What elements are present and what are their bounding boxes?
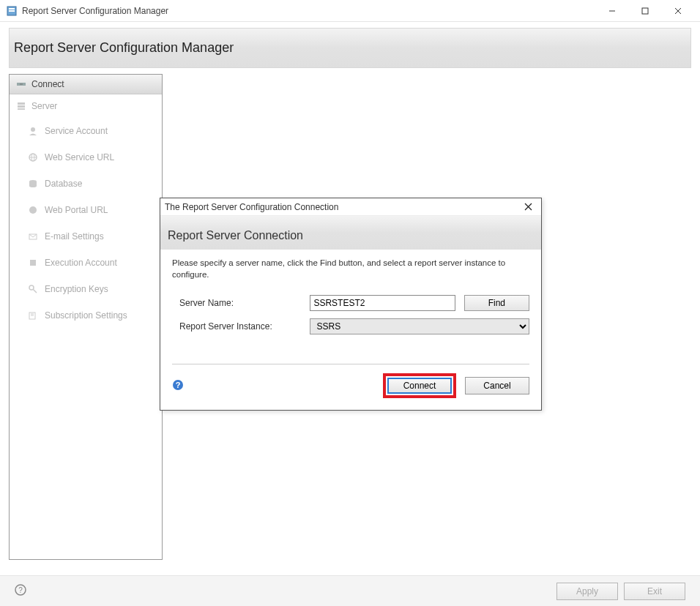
svg-rect-12 [18,108,25,110]
sidebar-item-subscription-settings[interactable]: Subscription Settings [10,302,162,329]
header-banner: Report Server Configuration Manager [9,28,691,68]
cancel-button[interactable]: Cancel [465,377,529,394]
dialog-divider [172,364,529,364]
window-controls [595,0,694,22]
sidebar-item-label: Execution Account [45,258,117,268]
sidebar-item-web-service-url[interactable]: Web Service URL [10,144,162,171]
dialog-header-title: Report Server Connection [168,229,534,242]
svg-rect-4 [642,8,648,14]
server-icon [15,100,27,112]
database-icon [27,178,39,190]
svg-line-22 [33,289,37,293]
server-name-input[interactable] [310,295,455,311]
svg-rect-20 [30,260,36,266]
find-button[interactable]: Find [464,295,529,311]
sidebar-server-label: Server [31,101,57,111]
instance-row: Report Server Instance: SSRS [172,318,529,334]
sidebar-connect-label: Connect [31,79,64,89]
dialog-instruction: Please specify a server name, click the … [172,257,529,280]
dialog-actions: ? Connect Cancel [172,373,529,398]
dialog-titlebar: The Report Server Configuration Connecti… [160,198,541,216]
app-icon [6,5,18,17]
globe-icon [27,204,39,216]
sidebar-item-database[interactable]: Database [10,171,162,197]
minimize-button[interactable] [595,0,628,22]
key-icon [27,283,39,295]
svg-rect-1 [9,8,15,10]
sidebar-item-label: Service Account [45,126,108,136]
sidebar-item-label: Web Service URL [45,152,114,162]
connect-highlight: Connect [383,373,456,398]
svg-point-18 [29,206,37,214]
sidebar-item-label: Encryption Keys [45,284,108,294]
page-title: Report Server Configuration Manager [14,40,234,56]
instance-select[interactable]: SSRS [310,318,529,334]
svg-rect-10 [18,102,25,105]
sidebar-item-service-account[interactable]: Service Account [10,118,162,144]
window-titlebar: Report Server Configuration Manager [0,0,700,22]
server-name-label: Server Name: [179,298,310,308]
apply-button[interactable]: Apply [556,583,618,600]
sidebar-item-label: Subscription Settings [45,310,127,321]
connect-icon [15,78,27,90]
maximize-button[interactable] [628,0,661,22]
sidebar-item-label: E-mail Settings [45,231,104,242]
sidebar-connect[interactable]: Connect [10,75,162,94]
mail-icon [27,231,39,242]
help-icon[interactable]: ? [15,584,26,598]
sidebar-item-web-portal-url[interactable]: Web Portal URL [10,197,162,223]
svg-rect-2 [9,10,15,12]
dialog-close-button[interactable] [519,200,537,214]
sidebar-item-encryption-keys[interactable]: Encryption Keys [10,276,162,302]
sidebar-item-email-settings[interactable]: E-mail Settings [10,223,162,250]
account-icon [27,257,39,269]
sidebar-item-execution-account[interactable]: Execution Account [10,250,162,276]
server-name-row: Server Name: Find [172,295,529,311]
sidebar: Connect Server Service Account Web Servi… [9,74,163,560]
connect-button[interactable]: Connect [387,378,452,394]
svg-text:?: ? [18,586,23,594]
connection-dialog: The Report Server Configuration Connecti… [160,198,542,411]
svg-point-13 [31,127,35,132]
sidebar-server[interactable]: Server [10,94,162,118]
user-icon [27,125,39,137]
close-button[interactable] [661,0,694,22]
dialog-body: Please specify a server name, click the … [160,250,541,410]
svg-rect-11 [18,105,25,108]
window-title: Report Server Configuration Manager [22,6,595,16]
sidebar-item-label: Web Portal URL [45,205,108,215]
sidebar-item-label: Database [45,179,82,189]
footer: ? Apply Exit [0,575,700,606]
dialog-title: The Report Server Configuration Connecti… [165,202,519,212]
exit-button[interactable]: Exit [624,583,685,600]
dialog-header: Report Server Connection [160,216,541,250]
globe-icon [27,152,39,163]
subscription-icon [27,310,39,321]
svg-text:?: ? [176,381,181,389]
instance-label: Report Server Instance: [179,321,310,332]
help-icon[interactable]: ? [172,379,184,393]
